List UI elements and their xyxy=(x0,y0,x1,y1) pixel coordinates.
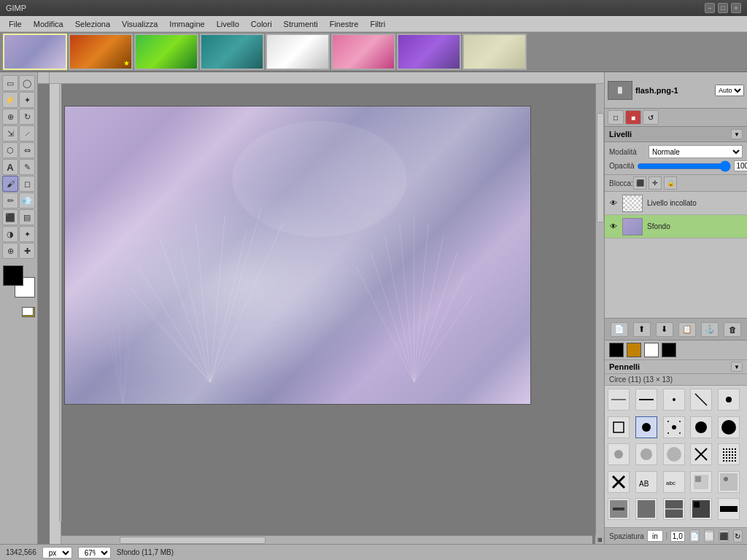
tool-heal[interactable]: ✚ xyxy=(19,243,35,259)
tool-scale[interactable]: ⇲ xyxy=(2,125,18,141)
menu-item-modifica[interactable]: Modifica xyxy=(28,18,69,30)
duplicate-layer-button[interactable]: 📋 xyxy=(678,322,696,337)
strip-thumb-green-swirl[interactable] xyxy=(134,34,198,70)
brush-bg-color[interactable] xyxy=(627,343,641,357)
brushes-refresh-button[interactable]: ↻ xyxy=(733,529,743,542)
close-button[interactable]: × xyxy=(731,3,741,13)
tool-shear[interactable]: ⟋ xyxy=(19,125,35,141)
strip-thumb-violet-flower[interactable] xyxy=(397,34,461,70)
brushes-expand-button[interactable]: ▼ xyxy=(731,362,743,372)
tool-rotate[interactable]: ↻ xyxy=(19,109,35,125)
brush-item[interactable] xyxy=(718,498,740,520)
strip-thumb-purple-flower[interactable] xyxy=(3,34,67,70)
layer-visibility-toggle[interactable]: 👁 xyxy=(608,198,619,209)
brush-item[interactable] xyxy=(608,416,630,438)
canvas-area[interactable]: |250 |500 |750 |1000 |1250 |1500 xyxy=(38,72,604,544)
foreground-color-swatch[interactable] xyxy=(3,265,23,286)
brush-item[interactable] xyxy=(718,471,740,493)
menu-item-finestre[interactable]: Finestre xyxy=(324,18,365,30)
tool-clone[interactable]: ⊕ xyxy=(2,243,18,259)
brush-item[interactable] xyxy=(663,416,685,438)
menu-item-filtri[interactable]: Filtri xyxy=(364,18,391,30)
brush-item[interactable] xyxy=(635,389,657,411)
brushes-new-button[interactable]: 📄 xyxy=(689,529,700,542)
brushes-duplicate-button[interactable]: ⬛ xyxy=(719,529,729,542)
brush-item[interactable]: abc xyxy=(663,471,685,493)
tool-ellipse-select[interactable]: ◯ xyxy=(19,75,35,91)
brush-item[interactable] xyxy=(635,443,657,465)
tool-text[interactable]: A xyxy=(2,159,18,175)
brush-item[interactable]: AB xyxy=(635,471,657,493)
layer-visibility-toggle[interactable]: 👁 xyxy=(608,221,619,233)
unit-select[interactable]: px xyxy=(42,547,72,559)
raise-layer-button[interactable]: ⬆ xyxy=(633,322,651,337)
tool-airbrush[interactable]: 💨 xyxy=(19,192,35,209)
lock-pixels-button[interactable]: ⬛ xyxy=(633,176,646,190)
brushes-spacing-slider[interactable] xyxy=(666,532,667,540)
tool-free-select[interactable]: ⚡ xyxy=(2,92,18,108)
tool-pencil[interactable]: ✏ xyxy=(2,192,18,209)
brushes-spacing-unit[interactable] xyxy=(647,530,663,542)
menu-item-livello[interactable]: Livello xyxy=(211,18,245,30)
layers-expand-button[interactable]: ▼ xyxy=(731,129,743,139)
tool-flip[interactable]: ⇔ xyxy=(19,142,35,158)
tool-crop[interactable]: ⊕ xyxy=(2,109,18,125)
strip-thumb-pink-flower[interactable] xyxy=(331,34,395,70)
panel-zoom-select[interactable]: Auto xyxy=(715,85,744,96)
brush-alt-color[interactable] xyxy=(644,343,659,357)
brush-item[interactable] xyxy=(690,416,712,438)
brush-item[interactable] xyxy=(690,471,712,493)
panel-tool-1[interactable]: □ xyxy=(608,110,624,125)
delete-layer-button[interactable]: 🗑 xyxy=(724,322,741,337)
tool-paintbrush[interactable]: 🖌 xyxy=(2,176,18,192)
lower-layer-button[interactable]: ⬇ xyxy=(656,322,673,337)
brush-item[interactable] xyxy=(690,498,712,520)
brush-item-selected[interactable] xyxy=(635,416,657,438)
brush-item[interactable] xyxy=(690,443,712,465)
vertical-scrollbar[interactable] xyxy=(595,84,604,535)
panel-tool-3[interactable]: ↺ xyxy=(643,110,659,125)
tool-perspective[interactable]: ⬡ xyxy=(2,142,18,158)
brush-item[interactable] xyxy=(718,443,740,465)
brush-alt2-color[interactable] xyxy=(662,343,676,357)
new-layer-button[interactable]: 📄 xyxy=(611,322,628,337)
brushes-delete-button[interactable]: ⬜ xyxy=(704,529,714,542)
brush-fg-color[interactable] xyxy=(609,343,624,357)
tool-fill[interactable]: ⬛ xyxy=(2,209,18,225)
anchor-layer-button[interactable]: ⚓ xyxy=(701,322,719,337)
canvas-container[interactable]: ⊞ xyxy=(50,84,604,544)
tool-path[interactable]: ✎ xyxy=(19,159,35,175)
brush-item[interactable] xyxy=(608,389,630,411)
menu-item-immagine[interactable]: Immagine xyxy=(163,18,210,30)
minimize-button[interactable]: − xyxy=(705,3,715,13)
brush-item[interactable] xyxy=(608,443,630,465)
brush-item[interactable] xyxy=(608,498,630,520)
brush-item[interactable] xyxy=(608,471,630,493)
menu-item-strumenti[interactable]: Strumenti xyxy=(278,18,324,30)
brush-item[interactable] xyxy=(663,443,685,465)
layer-item-background[interactable]: 👁 Sfondo xyxy=(605,215,747,238)
strip-thumb-orange-leaf[interactable]: ★ xyxy=(69,34,133,70)
layer-mode-select[interactable]: Normale xyxy=(649,145,743,158)
tool-fuzzy-select[interactable]: ✦ xyxy=(19,92,35,108)
tool-dodge[interactable]: ◑ xyxy=(2,226,18,242)
brush-item[interactable] xyxy=(690,389,712,411)
strip-thumb-dandelion[interactable] xyxy=(266,34,330,70)
strip-thumb-white-flower[interactable] xyxy=(462,34,527,70)
panel-tool-2[interactable]: ■ xyxy=(625,110,641,125)
tool-eraser[interactable]: ◻ xyxy=(19,176,35,192)
strip-thumb-teal-plant[interactable] xyxy=(200,34,264,70)
tool-smudge[interactable]: ✦ xyxy=(19,226,35,242)
brush-item[interactable] xyxy=(718,416,740,438)
tool-rect-select[interactable]: ▭ xyxy=(2,75,18,91)
tool-gradient[interactable]: ▤ xyxy=(19,209,35,225)
menu-item-seleziona[interactable]: Seleziona xyxy=(69,18,116,30)
lock-position-button[interactable]: ✛ xyxy=(649,176,662,190)
maximize-button[interactable]: □ xyxy=(718,3,728,13)
brush-item[interactable] xyxy=(663,389,685,411)
zoom-select[interactable]: 67% xyxy=(78,547,111,559)
brush-item[interactable] xyxy=(718,389,740,411)
menu-item-visualizza[interactable]: Visualizza xyxy=(116,18,163,30)
opacity-slider[interactable] xyxy=(637,162,731,171)
lock-all-button[interactable]: 🔒 xyxy=(664,176,677,190)
